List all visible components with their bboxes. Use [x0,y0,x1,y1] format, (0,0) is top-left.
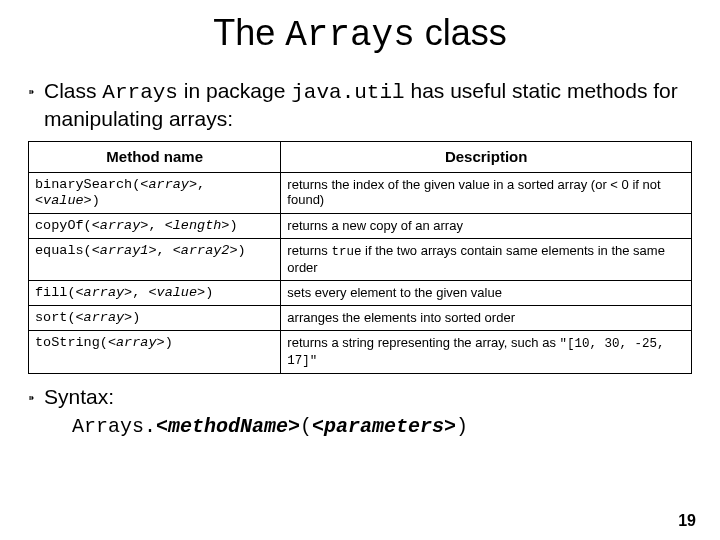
slide-title: The Arrays class [28,12,692,56]
table-row: copyOf(<array>, <length>) returns a new … [29,213,692,238]
bullet-marker-icon: ⁍ [28,384,44,412]
bullet-1-text: Class Arrays in package java.util has us… [44,78,692,133]
method-cell: toString(<array>) [29,331,281,374]
table-row: binarySearch(<array>, <value>) returns t… [29,172,692,213]
method-cell: fill(<array>, <value>) [29,280,281,305]
table-row: toString(<array>) returns a string repre… [29,331,692,374]
desc-cell: returns a string representing the array,… [281,331,692,374]
method-cell: binarySearch(<array>, <value>) [29,172,281,213]
syntax-arrays: Arrays. [72,415,156,438]
title-post: class [415,12,507,53]
bullet-1: ⁍ Class Arrays in package java.util has … [28,78,692,133]
syntax-params: <parameters> [312,415,456,438]
method-cell: copyOf(<array>, <length>) [29,213,281,238]
table-header-row: Method name Description [29,141,692,172]
desc-cell: returns true if the two arrays contain s… [281,239,692,281]
syntax-close: ) [456,415,468,438]
table-row: sort(<array>) arranges the elements into… [29,305,692,330]
bullet-2-text: Syntax: [44,384,692,410]
b1-t1: Class [44,79,102,102]
b1-c1: Arrays [102,81,178,104]
table-row: fill(<array>, <value>) sets every elemen… [29,280,692,305]
desc-cell: arranges the elements into sorted order [281,305,692,330]
bullet-marker-icon: ⁍ [28,78,44,106]
desc-cell: returns a new copy of an array [281,213,692,238]
title-code: Arrays [285,15,415,56]
desc-cell: sets every element to the given value [281,280,692,305]
table-row: equals(<array1>, <array2>) returns true … [29,239,692,281]
title-pre: The [213,12,285,53]
b1-t2: in package [178,79,291,102]
header-method: Method name [29,141,281,172]
page-number: 19 [678,512,696,530]
header-desc: Description [281,141,692,172]
b1-c2: java.util [291,81,404,104]
syntax-methodname: <methodName> [156,415,300,438]
method-cell: sort(<array>) [29,305,281,330]
syntax-line: Arrays.<methodName>(<parameters>) [72,414,692,438]
desc-cell: returns the index of the given value in … [281,172,692,213]
bullet-2: ⁍ Syntax: [28,384,692,412]
syntax-open: ( [300,415,312,438]
methods-table: Method name Description binarySearch(<ar… [28,141,692,375]
method-cell: equals(<array1>, <array2>) [29,239,281,281]
